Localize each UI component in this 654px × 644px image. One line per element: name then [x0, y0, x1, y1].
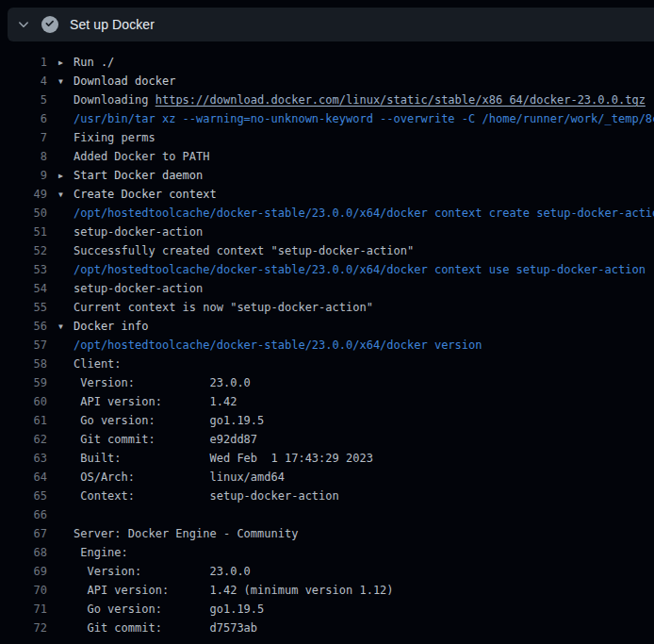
line-number[interactable]: 1 — [0, 53, 47, 72]
line-content: Git commit: d7573ab — [58, 619, 257, 637]
group-expanded-arrow-icon[interactable]: ▼ — [58, 186, 74, 205]
log-text: Version: 23.0.0 — [74, 376, 251, 389]
step-header[interactable]: Set up Docker — [8, 8, 654, 41]
log-group-line[interactable]: 9 ▶Start Docker daemon — [0, 166, 654, 185]
line-number[interactable]: 53 — [0, 260, 47, 279]
group-collapsed-arrow-icon[interactable]: ▶ — [58, 54, 74, 73]
chevron-down-icon[interactable] — [13, 14, 34, 35]
log-group-line[interactable]: 49 ▼Create Docker context — [0, 185, 654, 204]
line-content: ▼Create Docker context — [58, 185, 217, 204]
line-content: ▼Download docker — [58, 72, 175, 91]
log-line: 57 /opt/hostedtoolcache/docker-stable/23… — [0, 336, 654, 355]
line-content: Version: 23.0.0 — [58, 562, 251, 581]
line-number[interactable]: 54 — [0, 279, 47, 298]
line-number[interactable]: 58 — [0, 355, 47, 373]
line-content: Built: Wed Feb 1 17:43:29 2023 — [58, 449, 373, 468]
line-content: API version: 1.42 — [58, 392, 237, 411]
group-collapsed-arrow-icon[interactable]: ▶ — [58, 167, 74, 186]
log-line: 70 API version: 1.42 (minimum version 1.… — [0, 581, 654, 600]
log-line: 65 Context: setup-docker-action — [0, 487, 654, 505]
line-number[interactable]: 60 — [0, 392, 47, 411]
line-content: ▶Start Docker daemon — [58, 166, 203, 185]
line-number[interactable]: 7 — [0, 128, 47, 147]
line-number[interactable]: 55 — [0, 298, 47, 317]
line-number[interactable]: 49 — [0, 185, 47, 204]
line-content: Current context is now "setup-docker-act… — [58, 298, 373, 317]
line-number[interactable]: 51 — [0, 223, 47, 241]
log-line: 6 /usr/bin/tar xz --warning=no-unknown-k… — [0, 109, 654, 128]
line-content: Version: 23.0.0 — [58, 373, 251, 392]
line-content: Successfully created context "setup-dock… — [58, 241, 414, 260]
line-number[interactable]: 69 — [0, 562, 47, 581]
log-group-line[interactable]: 4 ▼Download docker — [0, 72, 654, 91]
log-line: 5 Downloading https://download.docker.co… — [0, 91, 654, 109]
line-number[interactable]: 65 — [0, 487, 47, 505]
line-number[interactable]: 59 — [0, 373, 47, 392]
line-number[interactable]: 50 — [0, 204, 47, 223]
line-content: Added Docker to PATH — [58, 147, 210, 166]
line-content: ▼Docker info — [58, 317, 148, 336]
line-content: /usr/bin/tar xz --warning=no-unknown-key… — [58, 109, 654, 128]
line-number[interactable]: 61 — [0, 411, 47, 430]
line-content: Go version: go1.19.5 — [58, 600, 264, 619]
log-text: Downloading — [74, 93, 155, 107]
log-line: 50 /opt/hostedtoolcache/docker-stable/23… — [0, 204, 654, 223]
log-text: Client: — [74, 357, 122, 371]
line-number[interactable]: 63 — [0, 449, 47, 468]
line-number[interactable]: 71 — [0, 600, 47, 619]
line-number[interactable]: 68 — [0, 543, 47, 562]
log-line: 55 Current context is now "setup-docker-… — [0, 298, 654, 317]
log-line: 69 Version: 23.0.0 — [0, 562, 654, 581]
log-line: 58 Client: — [0, 355, 654, 373]
log-text: OS/Arch: linux/amd64 — [74, 471, 285, 484]
line-number[interactable]: 72 — [0, 619, 47, 637]
log-link[interactable]: https://download.docker.com/linux/static… — [155, 93, 646, 107]
line-number[interactable]: 64 — [0, 468, 47, 487]
line-number[interactable]: 5 — [0, 91, 47, 109]
line-number[interactable]: 70 — [0, 581, 47, 600]
line-number[interactable]: 56 — [0, 317, 47, 336]
group-expanded-arrow-icon[interactable]: ▼ — [58, 73, 74, 91]
line-content: Downloading https://download.docker.com/… — [58, 91, 646, 109]
line-number[interactable]: 9 — [0, 166, 47, 185]
log-line: 52 Successfully created context "setup-d… — [0, 241, 654, 260]
line-number[interactable]: 57 — [0, 336, 47, 355]
line-content: setup-docker-action — [58, 223, 203, 241]
line-number[interactable]: 52 — [0, 241, 47, 260]
log-line: 54 setup-docker-action — [0, 279, 654, 298]
line-number[interactable]: 66 — [0, 505, 47, 524]
log-line: 64 OS/Arch: linux/amd64 — [0, 468, 654, 487]
group-title: Docker info — [74, 320, 148, 333]
log-command-text: /usr/bin/tar xz --warning=no-unknown-key… — [74, 112, 654, 125]
line-content: Engine: — [58, 543, 128, 562]
line-content: Go version: go1.19.5 — [58, 411, 264, 430]
line-number[interactable]: 4 — [0, 72, 47, 91]
check-circle-icon — [41, 16, 58, 33]
log-line: 67 Server: Docker Engine - Community — [0, 524, 654, 543]
log-text: setup-docker-action — [74, 225, 203, 239]
line-content: Context: setup-docker-action — [58, 487, 339, 505]
log-line: 53 /opt/hostedtoolcache/docker-stable/23… — [0, 260, 654, 279]
line-number[interactable]: 62 — [0, 430, 47, 449]
line-number[interactable]: 6 — [0, 109, 47, 128]
log-text: Context: setup-docker-action — [74, 489, 339, 503]
log-command-text: /opt/hostedtoolcache/docker-stable/23.0.… — [74, 339, 482, 352]
line-number[interactable]: 8 — [0, 147, 47, 166]
step-title: Set up Docker — [70, 17, 155, 32]
log-line: 61 Go version: go1.19.5 — [0, 411, 654, 430]
group-title: Create Docker context — [74, 188, 217, 201]
line-content: /opt/hostedtoolcache/docker-stable/23.0.… — [58, 204, 654, 223]
log-command-text: /opt/hostedtoolcache/docker-stable/23.0.… — [74, 206, 654, 220]
log-text: Version: 23.0.0 — [74, 565, 251, 578]
log-group-line[interactable]: 56 ▼Docker info — [0, 317, 654, 336]
line-content: /opt/hostedtoolcache/docker-stable/23.0.… — [58, 336, 482, 355]
log-text: setup-docker-action — [74, 282, 203, 295]
line-number[interactable]: 67 — [0, 524, 47, 543]
log-line: 7 Fixing perms — [0, 128, 654, 147]
log-line: 71 Go version: go1.19.5 — [0, 600, 654, 619]
group-expanded-arrow-icon[interactable]: ▼ — [58, 318, 74, 337]
log-command-text: /opt/hostedtoolcache/docker-stable/23.0.… — [74, 263, 646, 276]
log-line: 62 Git commit: e92dd87 — [0, 430, 654, 449]
log-text: Added Docker to PATH — [74, 150, 210, 163]
log-group-line[interactable]: 1 ▶Run ./ — [0, 53, 654, 72]
